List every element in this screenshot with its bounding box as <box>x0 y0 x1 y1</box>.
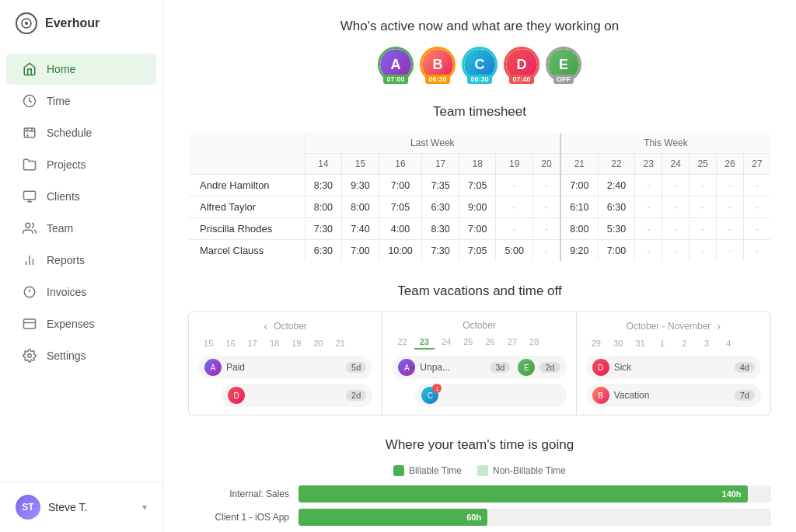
clients-label: Clients <box>47 190 80 203</box>
projects-label: Projects <box>47 158 86 171</box>
next-month-btn[interactable]: › <box>717 320 721 332</box>
time-badge-3: 06:30 <box>467 75 491 84</box>
day-27: 27 <box>744 154 771 175</box>
reports-icon <box>22 252 37 268</box>
day-16: 16 <box>379 154 422 175</box>
event-badge-extra: 2d <box>539 362 560 373</box>
vacation-event: C 1 <box>415 384 566 407</box>
chart-legend: Billable Time Non-Billable Time <box>188 465 771 476</box>
clients-icon <box>22 189 37 204</box>
active-user-3[interactable]: C 06:30 <box>462 47 498 82</box>
sidebar: Everhour Home Time <box>0 0 163 532</box>
main-content: Who's active now and what are they worki… <box>163 0 796 532</box>
cal-month-3: October - November › <box>586 320 761 332</box>
vacation-event: D Sick 4d <box>586 356 761 379</box>
event-avatar-count: C 1 <box>421 387 438 404</box>
svg-point-1 <box>25 22 28 25</box>
event-avatar: D <box>592 359 609 376</box>
user-profile[interactable]: ST Steve T. ▾ <box>0 482 162 532</box>
svg-rect-9 <box>24 191 36 200</box>
bar-container-1: 140h <box>298 485 771 502</box>
time-badge-2: 06:30 <box>425 75 449 84</box>
schedule-icon <box>22 125 37 141</box>
vacation-events-2: A Unpa... 3d E 2d C 1 <box>392 356 566 407</box>
day-24: 24 <box>662 154 690 175</box>
active-title: Who's active now and what are they worki… <box>188 19 771 34</box>
event-avatar: D <box>228 387 245 404</box>
sidebar-item-expenses[interactable]: Expenses <box>6 308 156 339</box>
row-name-1: Andre Hamilton <box>189 175 305 196</box>
vacations-section: Team vacations and time off ‹ October 15… <box>188 283 771 416</box>
sidebar-item-projects[interactable]: Projects <box>6 149 156 180</box>
bar-fill-2: 60h <box>298 509 487 526</box>
schedule-label: Schedule <box>47 127 92 139</box>
settings-icon <box>22 348 37 363</box>
app-logo[interactable]: Everhour <box>0 0 162 47</box>
time-label: Time <box>47 95 71 107</box>
chevron-down-icon: ▾ <box>142 502 147 513</box>
row-name-2: Alfred Taylor <box>189 196 305 218</box>
time-badge-1: 07:00 <box>383 75 407 84</box>
svg-point-21 <box>28 354 32 358</box>
day-26: 26 <box>717 154 744 175</box>
event-avatar: A <box>204 359 222 376</box>
invoices-icon <box>22 284 37 300</box>
sidebar-item-reports[interactable]: Reports <box>6 245 156 276</box>
time-going-title: Where your team's time is going <box>188 437 771 453</box>
vacation-calendar: ‹ October 15 16 17 18 19 20 21 A Paid <box>188 311 771 416</box>
invoices-label: Invoices <box>47 286 86 298</box>
bar-label-1: Internal: Sales <box>188 489 289 499</box>
active-section: Who's active now and what are they worki… <box>188 19 771 82</box>
th-name <box>189 133 305 175</box>
app-name: Everhour <box>45 16 100 30</box>
billable-dot <box>393 465 404 476</box>
time-icon <box>22 93 37 109</box>
sidebar-item-invoices[interactable]: Invoices <box>6 276 156 308</box>
vacation-events-3: D Sick 4d B Vacation 7d <box>586 356 761 407</box>
sidebar-item-clients[interactable]: Clients <box>6 181 156 212</box>
table-row: Alfred Taylor 8:00 8:00 7:05 6:30 9:00 -… <box>189 196 771 218</box>
row-name-4: Marcel Clauss <box>189 240 305 262</box>
table-row: Priscilla Rhodes 7:30 7:40 4:00 8:30 7:0… <box>189 218 771 240</box>
projects-icon <box>22 157 37 172</box>
sidebar-item-settings[interactable]: Settings <box>6 340 156 371</box>
active-user-5[interactable]: E OFF <box>546 47 581 82</box>
expenses-icon <box>22 316 37 332</box>
event-label: Unpa... <box>420 362 485 373</box>
sidebar-item-team[interactable]: Team <box>6 213 156 244</box>
svg-point-12 <box>26 223 30 228</box>
today-marker: 23 <box>414 336 435 349</box>
event-avatar: B <box>592 387 609 404</box>
day-17: 17 <box>422 154 459 175</box>
vacation-event: D 2d <box>222 384 372 407</box>
event-label: Vacation <box>614 390 730 401</box>
user-name: Steve T. <box>48 501 134 513</box>
cal-panel-3: October - November › 29 30 31 1 2 3 4 D … <box>577 312 770 415</box>
settings-label: Settings <box>47 349 86 362</box>
active-user-1[interactable]: A 07:00 <box>378 47 414 82</box>
legend-non-billable: Non-Billable Time <box>477 465 566 476</box>
legend-billable: Billable Time <box>393 465 462 476</box>
day-20: 20 <box>533 154 561 175</box>
bar-row-1: Internal: Sales 140h <box>188 485 771 502</box>
sidebar-item-schedule[interactable]: Schedule <box>6 117 156 148</box>
prev-month-btn[interactable]: ‹ <box>264 320 267 332</box>
svg-rect-19 <box>24 319 36 329</box>
bar-value-2: 60h <box>466 513 481 522</box>
vacations-title: Team vacations and time off <box>188 283 771 299</box>
time-badge-5: OFF <box>553 75 574 84</box>
team-icon <box>22 221 37 236</box>
event-badge: 3d <box>490 362 510 373</box>
expenses-label: Expenses <box>47 318 94 330</box>
count-badge: 1 <box>432 384 442 393</box>
active-user-2[interactable]: B 06:30 <box>420 47 456 82</box>
bar-row-2: Client 1 - iOS App 60h <box>188 509 771 526</box>
event-badge: 5d <box>346 362 366 373</box>
day-14: 14 <box>305 154 342 175</box>
active-user-4[interactable]: D 07:40 <box>504 47 539 82</box>
sidebar-item-time[interactable]: Time <box>6 85 156 116</box>
vacation-event: A Unpa... 3d E 2d <box>392 356 566 379</box>
time-going-section: Where your team's time is going Billable… <box>188 437 771 526</box>
event-avatar: E <box>518 359 535 376</box>
sidebar-item-home[interactable]: Home <box>6 54 156 85</box>
